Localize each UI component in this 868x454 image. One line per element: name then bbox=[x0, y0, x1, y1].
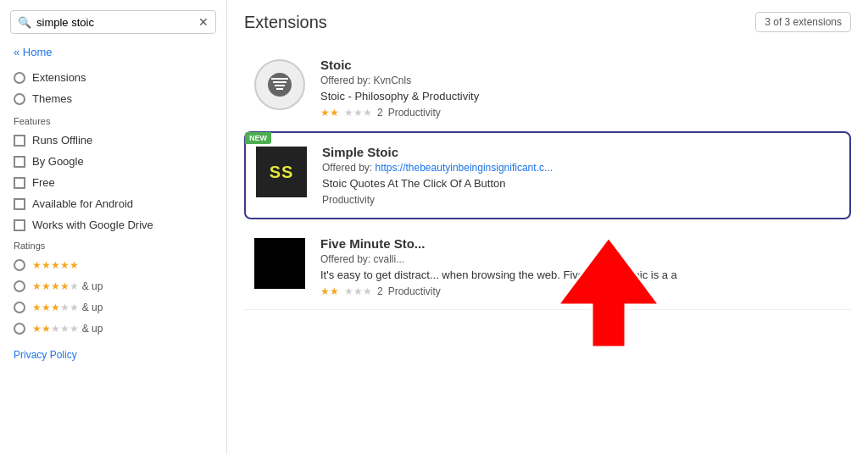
features-label: Features bbox=[14, 116, 213, 126]
stoic-info: Stoic Offered by: KvnCnls Stoic - Philos… bbox=[320, 58, 843, 119]
ss-offered-link[interactable]: https://thebeautyinbeinginsignificant.c.… bbox=[376, 162, 553, 174]
new-badge: NEW bbox=[245, 132, 271, 144]
stoic-offered-by: KvnCnls bbox=[374, 75, 412, 86]
sidebar-item-extensions[interactable]: Extensions bbox=[0, 67, 226, 88]
stoic-icon bbox=[254, 59, 305, 110]
stoic-offered: Offered by: KvnCnls bbox=[320, 75, 843, 86]
extensions-label: Extensions bbox=[32, 71, 86, 84]
main-content: Extensions 3 of 3 extensions Stoic Offer… bbox=[227, 0, 868, 454]
sidebar-item-works-google-drive[interactable]: Works with Google Drive bbox=[0, 214, 226, 235]
stoic-name: Stoic bbox=[320, 58, 843, 72]
radio-rating-2 bbox=[14, 323, 25, 335]
stoic-star-count: 2 bbox=[377, 107, 383, 119]
search-icon: 🔍 bbox=[18, 16, 31, 29]
checkbox-free bbox=[14, 177, 25, 189]
privacy-policy-link[interactable]: Privacy Policy bbox=[14, 349, 213, 361]
checkbox-runs-offline bbox=[14, 135, 25, 147]
stoic-meta: ★★★★★ 2 Productivity bbox=[320, 107, 843, 119]
radio-extensions bbox=[14, 72, 25, 84]
five-min-icon bbox=[254, 238, 305, 289]
stoic-category: Productivity bbox=[388, 107, 441, 119]
sidebar-item-rating-4[interactable]: ★★★★★ & up bbox=[0, 275, 226, 296]
radio-rating-3 bbox=[14, 302, 25, 313]
label-free: Free bbox=[32, 176, 55, 189]
main-header: Extensions 3 of 3 extensions bbox=[244, 12, 851, 32]
sidebar-item-free[interactable]: Free bbox=[0, 172, 226, 193]
stars-2: ★★★★★ & up bbox=[32, 322, 103, 335]
stars-5: ★★★★★ bbox=[32, 258, 79, 271]
radio-rating-4 bbox=[14, 280, 25, 292]
search-bar: 🔍 ✕ bbox=[10, 10, 216, 34]
checkbox-works-google-drive bbox=[14, 219, 25, 231]
ss-info: Simple Stoic Offered by: https://thebeau… bbox=[322, 145, 841, 206]
five-min-name: Five Minute Sto... bbox=[320, 236, 843, 251]
ss-icon-wrap: SS bbox=[254, 145, 309, 199]
ext-card-five-min[interactable]: Five Minute Sto... Offered by: cvalli...… bbox=[244, 224, 851, 310]
stars-3: ★★★★★ & up bbox=[32, 301, 103, 313]
ss-icon: SS bbox=[256, 147, 307, 197]
ss-category: Productivity bbox=[322, 194, 375, 206]
five-min-star-count: 2 bbox=[377, 285, 383, 297]
sidebar-item-rating-2[interactable]: ★★★★★ & up bbox=[0, 318, 226, 339]
sidebar-item-rating-3[interactable]: ★★★★★ & up bbox=[0, 296, 226, 318]
svg-rect-2 bbox=[276, 88, 283, 90]
stoic-icon-wrap bbox=[253, 58, 307, 112]
five-min-category: Productivity bbox=[388, 285, 441, 297]
five-min-icon-wrap bbox=[253, 236, 307, 291]
home-link[interactable]: « Home bbox=[14, 46, 213, 58]
five-min-offered-by: cvalli... bbox=[374, 253, 405, 265]
sidebar-item-runs-offline[interactable]: Runs Offline bbox=[0, 130, 226, 151]
stars-4: ★★★★★ & up bbox=[32, 280, 103, 292]
five-min-stars: ★★ bbox=[320, 285, 339, 297]
ss-meta: Productivity bbox=[322, 194, 841, 206]
sidebar-item-by-google[interactable]: By Google bbox=[0, 151, 226, 172]
five-min-desc: It's easy to get distract... when browsi… bbox=[320, 269, 843, 281]
type-section: Extensions Themes bbox=[0, 67, 226, 109]
sidebar-item-rating-5[interactable]: ★★★★★ bbox=[0, 254, 226, 275]
ext-card-stoic[interactable]: Stoic Offered by: KvnCnls Stoic - Philos… bbox=[244, 46, 851, 131]
label-runs-offline: Runs Offline bbox=[32, 134, 92, 147]
checkbox-available-android bbox=[14, 198, 25, 210]
label-works-google-drive: Works with Google Drive bbox=[32, 219, 153, 231]
five-min-meta: ★★★★★ 2 Productivity bbox=[320, 285, 843, 297]
radio-rating-5 bbox=[14, 259, 25, 271]
radio-themes bbox=[14, 93, 25, 105]
ss-offered: Offered by: https://thebeautyinbeinginsi… bbox=[322, 162, 841, 174]
ratings-label: Ratings bbox=[14, 241, 213, 251]
label-by-google: By Google bbox=[32, 155, 84, 168]
sidebar-item-themes[interactable]: Themes bbox=[0, 88, 226, 109]
label-available-android: Available for Android bbox=[32, 197, 133, 210]
page-title: Extensions bbox=[244, 13, 327, 32]
svg-rect-1 bbox=[275, 85, 285, 86]
sidebar: 🔍 ✕ « Home Extensions Themes Features Ru… bbox=[0, 0, 227, 454]
ext-card-simple-stoic[interactable]: NEW SS Simple Stoic Offered by: https://… bbox=[244, 131, 851, 219]
stoic-stars: ★★ bbox=[320, 107, 339, 119]
ss-desc: Stoic Quotes At The Click Of A Button bbox=[322, 177, 841, 190]
ss-name: Simple Stoic bbox=[322, 145, 841, 159]
extensions-count-badge: 3 of 3 extensions bbox=[755, 12, 851, 32]
checkbox-by-google bbox=[14, 156, 25, 168]
close-icon[interactable]: ✕ bbox=[198, 15, 209, 29]
stoic-desc: Stoic - Philosophy & Productivity bbox=[320, 90, 843, 102]
svg-rect-0 bbox=[273, 81, 287, 83]
sidebar-item-available-android[interactable]: Available for Android bbox=[0, 193, 226, 214]
five-min-offered: Offered by: cvalli... bbox=[320, 253, 843, 265]
five-min-info: Five Minute Sto... Offered by: cvalli...… bbox=[320, 236, 843, 297]
svg-rect-3 bbox=[271, 78, 288, 80]
themes-label: Themes bbox=[32, 92, 72, 105]
search-input[interactable] bbox=[36, 16, 193, 29]
